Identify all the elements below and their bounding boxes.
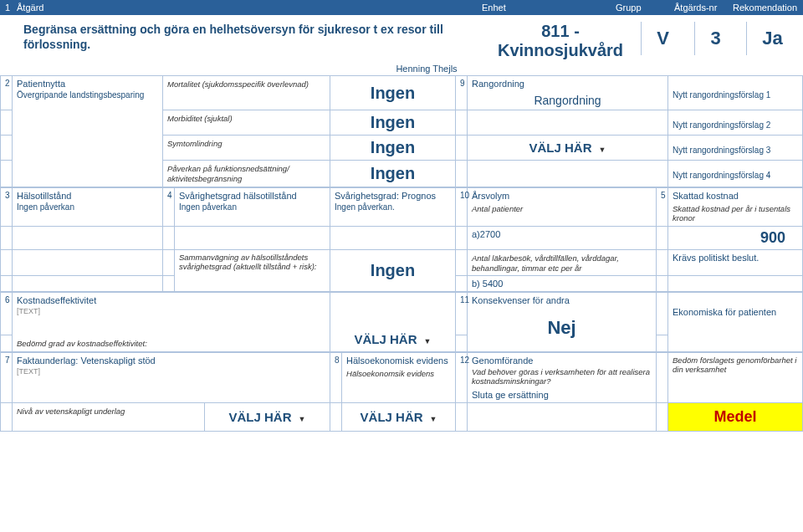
num-7: 7 [1,352,13,402]
svarighetsgrad-title: Svårighetsgrad hälsotillstånd [179,191,325,201]
patientnytta-title: Patientnytta [17,79,158,89]
num-5: 5 [657,187,668,226]
arsvolym-b: b) 5400 [472,279,503,289]
mortalitet-value[interactable]: Ingen [371,84,415,102]
valj-har-fakta[interactable]: VÄLJ HÄR [229,410,306,424]
morbiditet-value[interactable]: Ingen [371,113,415,131]
skattad-value: 900 [760,229,785,246]
rangordning-label: Rangordning [472,94,663,107]
row-label-mortalitet: Mortalitet (sjukdomsspecifik överlevnad) [167,79,309,89]
header-row: 1 Åtgärd Enhet Grupp Åtgärds-nr Rekomend… [0,0,803,15]
num-2: 2 [1,76,13,110]
svarighetsgrad-val: Ingen påverkan [179,202,325,212]
genomforande-title: Genomförande [472,356,652,366]
konsekvenser-note: Ekonomiska för patienten [673,307,798,317]
num-8: 8 [330,352,342,402]
patientnytta-sub: Övergripande landstingsbesparing [17,90,158,100]
row-label-morbiditet: Morbiditet (sjuktal) [167,114,233,123]
skattad-sub: Skattad kostnad per år i tusentals krono… [673,204,798,223]
row-7-8-12: 7 Faktaunderlag: Vetenskapligt stöd [TEX… [0,352,803,432]
row-label-symtom: Symtomlindring [167,139,222,148]
v3ja-group: V 3 Ja [636,22,803,60]
atgardsnr-value: 3 [694,22,735,55]
halsoekonomisk-sub: Hälsoekonomsik evidens [346,369,451,378]
politiskt-note: Krävs politiskt beslut. [673,253,759,263]
konsekvenser-value[interactable]: Nej [472,317,652,339]
page-title: Begränsa ersättning och göra en helhetsö… [0,22,485,60]
faktaunderlag-footer: Nivå av vetenskapligt underlag [17,407,125,416]
arsvolym-sub2: Antal läkarbesök, vårdtillfällen, vårdda… [472,253,619,273]
sammanvagning-label: Sammanvägning av hälsotillståndets svåri… [179,253,325,272]
faktaunderlag-body: [TEXT] [17,367,325,376]
skattad-title: Skattad kostnad [673,191,798,201]
nyt1: Nytt rangordningsförslag 1 [668,76,803,110]
header-atgard: Åtgärd [12,3,477,13]
arsvolym-title: Årsvolym [472,191,652,201]
sammanvagning-value[interactable]: Ingen [371,261,415,279]
row-3-4-10-5: 3 Hälsotillstånd Ingen påverkan 4 Svårig… [0,187,803,293]
kostnadseff-body: [TEXT] [17,307,325,315]
num-4: 4 [163,187,175,226]
header-enhet: Enhet [477,3,611,13]
num-11: 11 [456,293,468,335]
row-6-11: 6 Kostnadseffektivitet [TEXT] Bedömd gra… [0,292,803,351]
vgr-title: 811 - Kvinnosjukvård [485,22,636,60]
num-3: 3 [1,187,13,226]
valj-har-dropdown-rang[interactable]: VÄLJ HÄR [529,141,606,155]
prognos-title: Svårighetsgrad: Prognos [335,191,451,201]
num-9: 9 [456,76,468,110]
section-2-9: 2 Patientnytta Övergripande landstingsbe… [0,75,803,187]
nyt2: Nytt rangordningsförslag 2 [668,110,803,136]
num-6: 6 [1,293,13,335]
num-10: 10 [456,187,468,226]
halsoekonomisk-title: Hälsoekonomisk evidens [346,356,451,366]
header-grupp: Grupp [611,3,669,13]
nyt4: Nytt rangordningsförslag 4 [668,161,803,187]
rekommendation-value: Ja [746,22,797,55]
kostnadseff-footer: Bedömd grad av kostnadseffektivitet: [17,339,325,348]
genomforande-right: Bedöm förslagets genomförbarhet i din ve… [673,356,798,375]
genomforande-ans: Sluta ge ersättning [472,390,652,400]
nyt3: Nytt rangordningsförslag 3 [668,136,803,161]
faktaunderlag-title: Faktaunderlag: Vetenskapligt stöd [17,356,325,366]
header-num: 1 [0,3,12,13]
num-12: 12 [456,352,468,402]
valj-har-halsoek[interactable]: VÄLJ HÄR [361,410,437,424]
prognos-val: Ingen påverkan. [335,202,451,212]
arsvolym-a: a)2700 [472,229,500,239]
title-row: Begränsa ersättning och göra en helhetsö… [0,15,803,64]
konsekvenser-title: Konsekvenser för andra [472,295,652,305]
kostnadseff-title: Kostnadseffektivitet [17,295,325,305]
arsvolym-sub1: Antal patienter [472,204,652,213]
genomforande-q: Vad behöver göras i verksamheten för att… [472,367,652,386]
vgr-box: 811 - Kvinnosjukvård [485,22,636,60]
vgr-sub: Henning Thejls [396,64,457,74]
grupp-value: V [641,22,684,55]
valj-har-kostnadseff[interactable]: VÄLJ HÄR [355,332,432,346]
row-label-funktion: Påverkan på funktionsnedsättning/ aktivi… [167,164,289,183]
symtom-value[interactable]: Ingen [371,138,415,156]
funktion-value[interactable]: Ingen [371,164,415,182]
halsotillstand-title: Hälsotillstånd [17,191,158,201]
halsotillstand-val: Ingen påverkan [17,202,158,212]
rangordning-title: Rangordning [472,79,663,89]
header-rek: Rekomendation [728,3,803,13]
header-atgardsnr: Åtgärds-nr [669,3,728,13]
medel-box[interactable]: Medel [668,403,802,431]
